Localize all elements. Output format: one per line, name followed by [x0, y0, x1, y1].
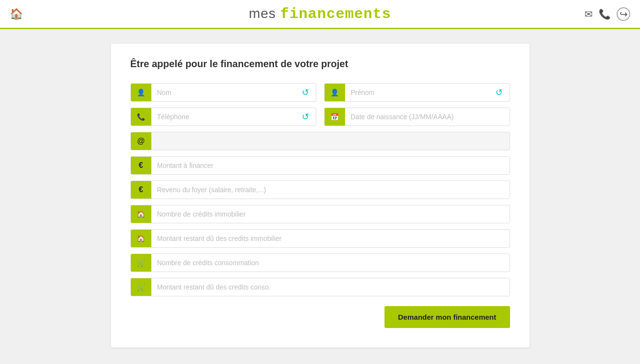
form-card: Être appelé pour le financement de votre… — [111, 44, 530, 347]
phone-field-icon — [137, 112, 145, 121]
montant-financer-icon — [131, 157, 151, 174]
nb-credits-conso-icon — [131, 254, 151, 272]
nb-credits-immo-group — [130, 205, 510, 223]
montant-restant-conso-icon — [131, 278, 151, 296]
montant-restant-immo-input[interactable] — [151, 230, 510, 247]
main-content: Être appelé pour le financement de votre… — [0, 29, 640, 362]
prenom-spinner: ↺ — [495, 84, 510, 101]
euro-icon-1 — [139, 161, 143, 170]
calendar-icon — [330, 112, 339, 121]
email-group — [130, 132, 510, 150]
basket-icon-2 — [137, 283, 145, 291]
logo-highlight: financements — [280, 6, 391, 22]
email-icon — [131, 132, 151, 150]
montant-financer-group — [130, 156, 510, 175]
home-icon-2 — [137, 234, 145, 243]
person-icon — [137, 88, 145, 97]
nb-credits-immo-icon — [131, 205, 151, 223]
telephone-icon — [131, 108, 151, 126]
home-icon-1 — [137, 210, 145, 218]
mail-icon[interactable]: ✉ — [585, 8, 593, 20]
person-icon-2 — [330, 88, 339, 97]
montant-financer-input[interactable] — [151, 157, 510, 174]
prenom-input[interactable] — [345, 84, 495, 101]
nb-credits-conso-group — [130, 254, 510, 272]
basket-icon-1 — [137, 258, 145, 267]
home-icon[interactable]: 🏠 — [10, 8, 23, 20]
nom-group: ↺ — [130, 83, 316, 102]
row-nb-credits-immo — [130, 205, 510, 223]
montant-restant-conso-input[interactable] — [151, 278, 510, 296]
revenu-foyer-input[interactable] — [151, 181, 510, 199]
date-naissance-input[interactable] — [345, 108, 510, 126]
date-icon — [325, 108, 345, 126]
row-nb-credits-conso — [130, 254, 510, 272]
revenu-foyer-group — [130, 181, 510, 199]
row-revenu-foyer — [130, 181, 510, 199]
montant-restant-immo-group — [130, 229, 510, 248]
telephone-input[interactable] — [151, 108, 302, 126]
row-montant-restant-immo — [130, 229, 510, 248]
logo-pre: mes — [249, 6, 280, 21]
montant-restant-conso-group — [130, 278, 510, 296]
revenu-icon — [131, 181, 151, 199]
row-email — [130, 132, 510, 150]
nom-icon — [131, 84, 151, 101]
header: 🏠 mes financements ✉ 📞 ↪ — [0, 0, 640, 29]
prenom-group: ↺ — [324, 83, 510, 102]
row-tel-date: ↺ — [130, 108, 510, 126]
logout-icon[interactable]: ↪ — [617, 7, 630, 21]
row-montant-financer — [130, 156, 510, 175]
form-title: Être appelé pour le financement de votre… — [130, 58, 510, 70]
euro-icon-2 — [139, 185, 143, 194]
submit-button[interactable]: Demander mon financement — [384, 306, 510, 328]
at-icon — [137, 137, 145, 146]
tel-spinner: ↺ — [302, 108, 316, 126]
logo: mes financements — [249, 6, 391, 22]
row-nom-prenom: ↺ ↺ — [130, 83, 510, 102]
email-input[interactable] — [151, 132, 510, 150]
nb-credits-conso-input[interactable] — [151, 254, 510, 272]
header-home[interactable]: 🏠 — [10, 8, 23, 20]
submit-row: Demander mon financement — [130, 306, 510, 328]
montant-restant-immo-icon — [131, 230, 151, 247]
prenom-icon — [325, 84, 345, 101]
phone-icon[interactable]: 📞 — [599, 8, 611, 20]
date-naissance-group — [324, 108, 510, 126]
telephone-group: ↺ — [130, 108, 316, 126]
nom-spinner: ↺ — [302, 84, 316, 101]
nom-input[interactable] — [151, 84, 302, 101]
header-actions: ✉ 📞 ↪ — [585, 7, 630, 21]
nb-credits-immo-input[interactable] — [151, 205, 510, 223]
row-montant-restant-conso — [130, 278, 510, 296]
